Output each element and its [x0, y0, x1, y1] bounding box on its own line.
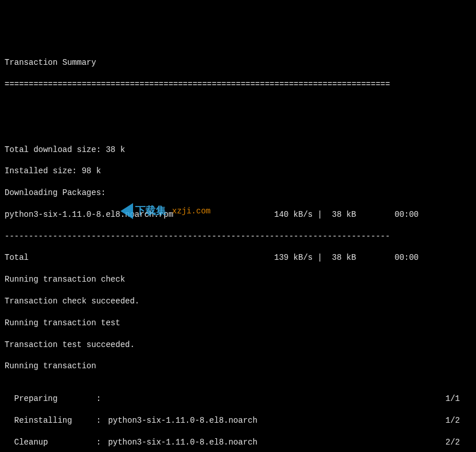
- terminal-output: Transaction Summary ====================…: [5, 47, 471, 452]
- total-row: Total 139 kB/s | 38 kB 00:00: [5, 252, 471, 263]
- tx-count: 2/2: [446, 437, 471, 448]
- total-time: 00:00: [395, 252, 452, 263]
- total-label: Total: [5, 252, 274, 263]
- transaction-summary-title: Transaction Summary: [5, 57, 471, 68]
- tx-stage: Cleanup :: [5, 437, 102, 448]
- tx-count: 1/2: [446, 415, 471, 426]
- separator: ========================================…: [5, 79, 471, 90]
- tx-test-ok: Transaction test succeeded.: [5, 340, 471, 350]
- tx-test-running: Running transaction test: [5, 318, 471, 329]
- tx-pkg: [102, 393, 103, 404]
- download-rate: 140 kB/s | 38 kB: [274, 209, 395, 220]
- separator-dashes: ----------------------------------------…: [5, 231, 471, 242]
- download-pkg: python3-six-1.11.0-8.el8.noarch.rpm: [5, 209, 274, 220]
- tx-pkg: python3-six-1.11.0-8.el8.noarch: [102, 415, 257, 426]
- download-row: python3-six-1.11.0-8.el8.noarch.rpm 140 …: [5, 209, 471, 220]
- tx-running: Running transaction: [5, 361, 471, 372]
- installed-size: Installed size: 98 k: [5, 166, 471, 177]
- tx-count: 1/1: [446, 393, 471, 404]
- blank: [5, 123, 471, 134]
- tx-stage: Preparing :: [5, 393, 102, 404]
- tx-step: Preparing :1/1: [5, 393, 471, 404]
- tx-stage: Reinstalling :: [5, 415, 102, 426]
- tx-check-ok: Transaction check succeeded.: [5, 296, 471, 307]
- total-download-size: Total download size: 38 k: [5, 145, 471, 155]
- tx-step: Reinstalling : python3-six-1.11.0-8.el8.…: [5, 415, 471, 426]
- downloading-packages: Downloading Packages:: [5, 188, 471, 198]
- download-time: 00:00: [395, 209, 452, 220]
- tx-check-running: Running transaction check: [5, 274, 471, 285]
- tx-step: Cleanup : python3-six-1.11.0-8.el8.noarc…: [5, 437, 471, 448]
- tx-pkg: python3-six-1.11.0-8.el8.noarch: [102, 437, 257, 448]
- total-rate: 139 kB/s | 38 kB: [274, 252, 395, 263]
- blank: [5, 101, 471, 112]
